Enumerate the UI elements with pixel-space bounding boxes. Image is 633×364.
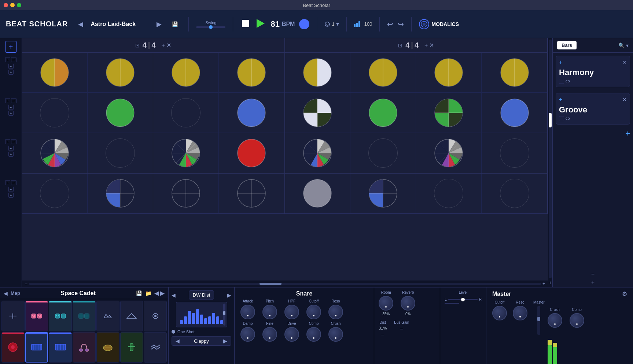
- cell-1-6[interactable]: [350, 53, 416, 93]
- cell-3-8[interactable]: [482, 133, 547, 173]
- track-4-plus[interactable]: +: [8, 193, 14, 198]
- prev-preset-bottom-button[interactable]: ◀: [154, 290, 159, 297]
- cell-3-1[interactable]: [22, 133, 88, 173]
- hpf-knob[interactable]: [284, 305, 299, 319]
- rp-scroll-plus[interactable]: +: [591, 279, 595, 286]
- room-knob[interactable]: [379, 296, 393, 311]
- comp-knob[interactable]: [306, 327, 321, 342]
- inst-3[interactable]: [49, 301, 72, 331]
- close-button[interactable]: [4, 3, 8, 7]
- undo-button[interactable]: ↩: [387, 20, 393, 29]
- cell-1-1[interactable]: [22, 53, 88, 93]
- cell-3-3[interactable]: [153, 133, 219, 173]
- harmony-copy-icon[interactable]: [559, 79, 564, 84]
- fx2-next-button[interactable]: ▶: [223, 338, 227, 344]
- cell-2-3[interactable]: [153, 93, 219, 133]
- level-slider[interactable]: L R: [445, 297, 482, 301]
- save-preset-bottom-button[interactable]: 💾: [136, 290, 142, 296]
- scroll-down-button[interactable]: +: [549, 280, 552, 286]
- inst-12[interactable]: [96, 332, 119, 363]
- fx-prev-button[interactable]: ◀: [172, 292, 176, 298]
- bars-button[interactable]: Bars: [557, 41, 577, 49]
- cell-4-7[interactable]: [416, 174, 482, 213]
- master-fader[interactable]: [537, 306, 540, 335]
- add-pattern-button[interactable]: +: [625, 129, 630, 138]
- groove-add-button[interactable]: +: [559, 96, 562, 103]
- scroll-right-button[interactable]: +: [542, 281, 545, 286]
- cell-2-5[interactable]: [285, 93, 351, 133]
- cutoff-knob[interactable]: [306, 305, 321, 319]
- inst-7[interactable]: [144, 301, 167, 331]
- cell-4-5[interactable]: [285, 174, 351, 213]
- track-1-plus[interactable]: +: [8, 70, 14, 75]
- cell-1-3[interactable]: [153, 53, 219, 93]
- rp-scroll-minus[interactable]: −: [591, 271, 595, 278]
- minimize-button[interactable]: [10, 3, 15, 7]
- cell-4-8[interactable]: [482, 174, 547, 213]
- track-4-minus[interactable]: −: [8, 187, 14, 192]
- inst-14[interactable]: [144, 332, 167, 363]
- track-4-m-button[interactable]: M: [11, 180, 17, 185]
- cell-4-6[interactable]: [350, 174, 416, 213]
- track-3-m-button[interactable]: M: [11, 139, 17, 144]
- maximize-button[interactable]: [17, 3, 21, 7]
- inst-9[interactable]: [25, 332, 48, 363]
- settings-icon[interactable]: ⚙: [622, 290, 627, 297]
- master-cutoff-knob[interactable]: [492, 306, 507, 320]
- fx-next-button[interactable]: ▶: [227, 292, 231, 298]
- cell-3-7[interactable]: [416, 133, 482, 173]
- inst-8[interactable]: [1, 332, 25, 363]
- cell-2-6[interactable]: [350, 93, 416, 133]
- bus-gain-minus-button[interactable]: −: [400, 326, 403, 333]
- cell-4-3[interactable]: [153, 174, 219, 213]
- prev-preset-button[interactable]: ◀: [75, 19, 86, 30]
- track-4-s-button[interactable]: S: [5, 180, 10, 185]
- cell-3-6[interactable]: [350, 133, 416, 173]
- cell-1-8[interactable]: [482, 53, 547, 93]
- cell-2-1[interactable]: [22, 93, 88, 133]
- cell-3-2[interactable]: [88, 133, 153, 173]
- add-track-button[interactable]: +: [5, 41, 17, 53]
- inst-13[interactable]: [120, 332, 143, 363]
- swing-slider[interactable]: [196, 26, 225, 28]
- inst-5[interactable]: [96, 301, 119, 331]
- redo-button[interactable]: ↪: [398, 20, 404, 29]
- play-button[interactable]: [255, 18, 266, 30]
- track-3-plus[interactable]: +: [8, 152, 14, 157]
- cell-4-4[interactable]: [219, 174, 284, 213]
- vertical-scrollbar[interactable]: +: [548, 38, 552, 287]
- cell-2-8[interactable]: [482, 93, 547, 133]
- stop-button[interactable]: [240, 18, 251, 30]
- cell-2-4[interactable]: [219, 93, 284, 133]
- next-preset-bottom-button[interactable]: ▶: [160, 290, 165, 297]
- map-toggle-button[interactable]: ◀: [4, 290, 8, 296]
- harmony-close-button[interactable]: ✕: [622, 59, 627, 65]
- groove-copy-icon[interactable]: [559, 116, 564, 121]
- remove-section-2-button[interactable]: ✕: [429, 42, 434, 49]
- damp-knob[interactable]: [240, 327, 255, 342]
- cell-1-4[interactable]: [219, 53, 284, 93]
- search-view-button[interactable]: 🔍: [618, 42, 625, 48]
- track-3-minus[interactable]: −: [8, 146, 14, 151]
- add-section-2-button[interactable]: +: [424, 42, 428, 49]
- harmony-add-button[interactable]: +: [559, 59, 562, 66]
- inst-2[interactable]: [25, 301, 48, 331]
- h-scrollbar-track[interactable]: [29, 283, 541, 285]
- cell-4-2[interactable]: [88, 174, 153, 213]
- cell-1-5[interactable]: [285, 53, 351, 93]
- master-comp-knob[interactable]: [570, 313, 584, 328]
- copy-section-2-button[interactable]: ⊡: [398, 42, 402, 48]
- inst-6[interactable]: [120, 301, 143, 331]
- fx2-prev-button[interactable]: ◀: [176, 338, 180, 344]
- cell-3-4[interactable]: [219, 133, 284, 173]
- track-2-s-button[interactable]: S: [5, 98, 10, 103]
- attack-knob[interactable]: [240, 305, 255, 319]
- crush-snare-knob[interactable]: [328, 327, 343, 342]
- scroll-left-button[interactable]: −: [25, 281, 27, 286]
- cell-1-7[interactable]: [416, 53, 482, 93]
- next-preset-button[interactable]: ▶: [154, 19, 165, 30]
- master-reso-knob[interactable]: [513, 306, 527, 320]
- inst-4[interactable]: [73, 301, 96, 331]
- reso-knob[interactable]: [328, 305, 343, 319]
- inst-10[interactable]: [49, 332, 72, 363]
